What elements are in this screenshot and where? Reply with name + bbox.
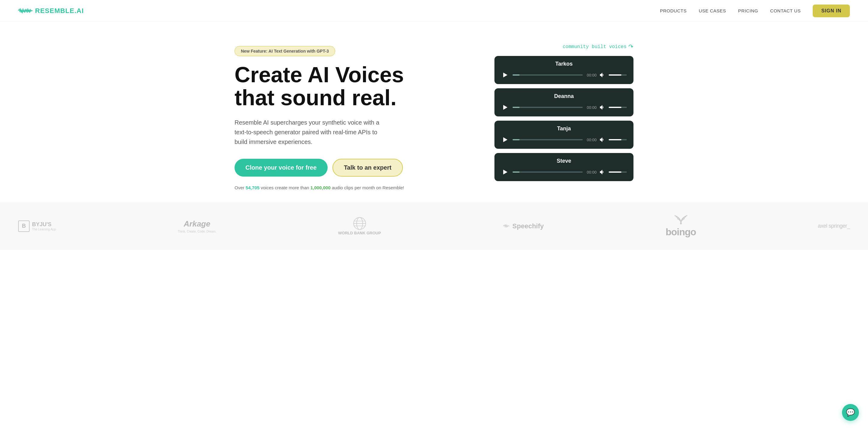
cta-row: Clone your voice for free Talk to an exp…: [235, 159, 416, 177]
chat-bubble-button[interactable]: 💬: [842, 404, 859, 421]
partner-byjus: B BYJU'S The Learning App: [18, 221, 56, 232]
byjus-name: BYJU'S: [32, 221, 56, 228]
progress-fill-tarkos: [513, 75, 520, 76]
hero-section: New Feature: AI Text Generation with GPT…: [216, 22, 652, 202]
hero-heading-line2: that sound real.: [235, 86, 397, 110]
byjus-icon: B: [18, 221, 30, 232]
play-triangle-icon: [503, 73, 507, 78]
progress-track-steve[interactable]: [513, 171, 583, 173]
volume-fill-steve: [609, 171, 621, 173]
arkage-name: Arkage: [184, 219, 210, 229]
partner-boingo: boingo: [665, 214, 696, 238]
hero-heading: Create AI Voices that sound real.: [235, 63, 416, 109]
stats-end: audio clips per month on Resemble!: [332, 185, 404, 190]
play-button-deanna[interactable]: [501, 103, 509, 112]
progress-track-tarkos[interactable]: [513, 75, 583, 76]
nav-use-cases[interactable]: USE CASES: [699, 8, 726, 13]
audio-controls-steve: 00:00: [501, 168, 627, 176]
hero-description: Resemble AI supercharges your synthetic …: [235, 118, 392, 147]
logo-text: RESEMBLE.AI: [35, 7, 84, 15]
talk-expert-button[interactable]: Talk to an expert: [333, 159, 403, 177]
audio-card-tarkos: Tarkos 00:00: [494, 56, 633, 84]
volume-track-tarkos[interactable]: [609, 75, 627, 76]
partner-arkage: Arkage Think. Create. Code. Dream.: [178, 219, 216, 233]
play-icon-steve: [503, 170, 507, 174]
community-arrow-icon: ↷: [628, 43, 633, 51]
play-icon-tanja: [503, 137, 507, 142]
volume-fill-deanna: [609, 107, 621, 108]
audio-name-deanna: Deanna: [501, 93, 627, 99]
logo[interactable]: RESEMBLE.AI: [18, 7, 84, 15]
audio-controls-tanja: 00:00: [501, 136, 627, 144]
audio-controls-deanna: 00:00: [501, 103, 627, 112]
stats-text: Over 54,705 voices create more than 1,00…: [235, 185, 416, 190]
play-button-tanja[interactable]: [501, 136, 509, 144]
play-button-tarkos[interactable]: [501, 71, 509, 79]
axelspringer-name: axel springer_: [818, 223, 850, 229]
boingo-name: boingo: [665, 227, 696, 238]
svg-point-5: [680, 223, 682, 224]
play-icon-deanna: [503, 105, 507, 110]
stats-mid: voices create more than: [261, 185, 309, 190]
audio-card-steve: Steve 00:00: [494, 153, 633, 181]
community-label: community built voices ↷: [494, 43, 633, 51]
time-label-steve: 00:00: [586, 170, 597, 174]
time-label-tanja: 00:00: [586, 138, 597, 142]
progress-fill-tanja: [513, 139, 520, 140]
speechify-name: Speechify: [512, 222, 544, 230]
worldbank-name: WORLD BANK GROUP: [338, 231, 381, 236]
nav-contact[interactable]: CONTACT US: [770, 8, 801, 13]
stats-clips: 1,000,000: [310, 185, 331, 190]
partner-axelspringer: axel springer_: [818, 223, 850, 229]
logo-wave-icon: [18, 7, 33, 15]
play-button-steve[interactable]: [501, 168, 509, 176]
boingo-wifi-icon: [674, 214, 688, 225]
volume-icon-deanna[interactable]: [600, 104, 606, 110]
audio-card-tanja: Tanja 00:00: [494, 121, 633, 149]
feature-badge[interactable]: New Feature: AI Text Generation with GPT…: [235, 46, 335, 56]
audio-card-deanna: Deanna 00:00: [494, 88, 633, 116]
audio-name-tanja: Tanja: [501, 125, 627, 132]
sign-in-button[interactable]: SIGN IN: [813, 4, 850, 17]
progress-track-tanja[interactable]: [513, 139, 583, 140]
chat-icon: 💬: [846, 408, 855, 417]
partner-worldbank: WORLD BANK GROUP: [338, 216, 381, 236]
arkage-sub: Think. Create. Code. Dream.: [178, 230, 216, 233]
progress-fill-deanna: [513, 107, 520, 108]
volume-icon-tarkos[interactable]: [600, 72, 606, 78]
partner-speechify: Speechify: [503, 222, 544, 230]
time-label-deanna: 00:00: [586, 105, 597, 110]
nav-pricing[interactable]: PRICING: [738, 8, 758, 13]
volume-track-deanna[interactable]: [609, 107, 627, 108]
hero-heading-line1: Create AI Voices: [235, 63, 404, 87]
progress-track-deanna[interactable]: [513, 107, 583, 108]
hero-right: community built voices ↷ Tarkos 00:00: [494, 40, 633, 181]
volume-track-tanja[interactable]: [609, 139, 627, 140]
audio-controls-tarkos: 00:00: [501, 71, 627, 79]
volume-icon-steve[interactable]: [600, 169, 606, 175]
byjus-sub: The Learning App: [32, 228, 56, 231]
hero-left: New Feature: AI Text Generation with GPT…: [235, 40, 416, 190]
volume-fill-tarkos: [609, 75, 621, 76]
volume-track-steve[interactable]: [609, 171, 627, 173]
volume-icon-tanja[interactable]: [600, 137, 606, 143]
progress-fill-steve: [513, 171, 520, 173]
volume-fill-tanja: [609, 139, 621, 140]
clone-voice-button[interactable]: Clone your voice for free: [235, 159, 328, 177]
time-label-tarkos: 00:00: [586, 73, 597, 78]
audio-name-steve: Steve: [501, 158, 627, 164]
partners-section: B BYJU'S The Learning App Arkage Think. …: [0, 202, 868, 250]
navbar: RESEMBLE.AI PRODUCTS USE CASES PRICING C…: [0, 0, 868, 22]
speechify-icon: [503, 223, 510, 230]
nav-links: PRODUCTS USE CASES PRICING CONTACT US SI…: [660, 4, 850, 17]
byjus-text-group: BYJU'S The Learning App: [32, 221, 56, 231]
nav-products[interactable]: PRODUCTS: [660, 8, 687, 13]
stats-prefix: Over: [235, 185, 245, 190]
audio-name-tarkos: Tarkos: [501, 61, 627, 67]
worldbank-globe-icon: [352, 216, 367, 231]
stats-voices: 54,705: [246, 185, 259, 190]
